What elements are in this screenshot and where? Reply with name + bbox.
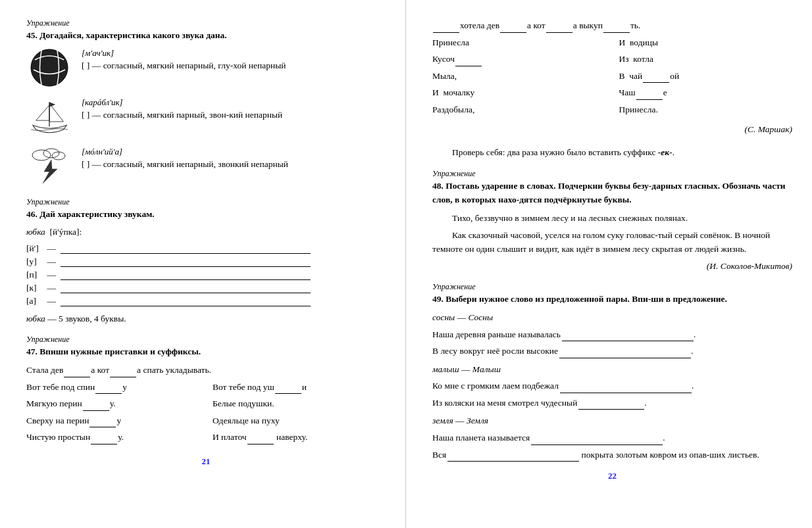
svg-point-0 bbox=[31, 49, 68, 86]
phonetic-rows: [й'] — [у] — [п] — [к] — bbox=[26, 243, 386, 306]
right-column: хотела дева кота выкупть. Принесла Кусоч… bbox=[406, 0, 812, 528]
left-column: Упражнение 45. Догадайся, характеристика… bbox=[0, 0, 406, 528]
phonetic-row-1: [у] — bbox=[26, 256, 386, 267]
ship-image bbox=[26, 96, 72, 139]
check-yourself: Проверь себя: два раза нужно было встави… bbox=[432, 145, 792, 160]
ex47-continued: хотела дева кота выкупть. Принесла Кусоч… bbox=[432, 18, 792, 136]
ex49-label: Упражнение bbox=[432, 282, 792, 292]
phonetic-ball: [м'ач'ик] [ ] — согласный, мягкий непарн… bbox=[26, 47, 386, 89]
ex46-title: 46. Дай характеристику звукам. bbox=[26, 207, 386, 222]
exercise-47: Упражнение 47. Впиши нужные приставки и … bbox=[26, 335, 386, 447]
lightning-icon bbox=[28, 145, 71, 188]
ball-image bbox=[26, 47, 72, 89]
right-page-number: 22 bbox=[432, 471, 792, 481]
exercise-48: Упражнение 48. Поставь ударение в словах… bbox=[432, 169, 792, 274]
exercise-46: Упражнение 46. Дай характеристику звукам… bbox=[26, 197, 386, 326]
ex47-two-col: Вот тебе под спину Мягкую перину. Сверху… bbox=[26, 380, 386, 447]
ex47-author: (С. Маршак) bbox=[432, 122, 792, 137]
ex48-author: (И. Соколов-Микитов) bbox=[432, 259, 792, 274]
lightning-image bbox=[26, 145, 72, 188]
phonetic-row-2: [п] — bbox=[26, 270, 386, 280]
ex45-title: 45. Догадайся, характеристика какого зву… bbox=[26, 28, 386, 43]
phonetic-ball-text: [м'ач'ик] [ ] — согласный, мягкий непарн… bbox=[82, 47, 386, 73]
ship-icon bbox=[28, 96, 71, 139]
phonetic-lightning-text: [мóлн'ий'а] [ ] — согласный, мягкий непа… bbox=[82, 145, 386, 172]
ex46-label: Упражнение bbox=[26, 197, 386, 207]
ex47-title: 47. Впиши нужные приставки и суффиксы. bbox=[26, 345, 386, 359]
ex47-cont-two-col: Принесла Кусоч Мыла, И мочалку Раздобыла… bbox=[432, 36, 792, 120]
phonetic-ship: [карáбл'ик] [ ] — согласный, мягкий парн… bbox=[26, 96, 386, 139]
ex49-title: 49. Выбери нужное слово из предложенной … bbox=[432, 292, 792, 306]
ex47-label: Упражнение bbox=[26, 335, 386, 345]
phonetic-ship-text: [карáбл'ик] [ ] — согласный, мягкий парн… bbox=[82, 96, 386, 122]
svg-point-3 bbox=[43, 149, 59, 158]
ex45-label: Упражнение bbox=[26, 18, 386, 28]
ex48-title: 48. Поставь ударение в словах. Подчеркни… bbox=[432, 179, 792, 207]
phonetic-lightning: [мóлн'ий'а] [ ] — согласный, мягкий непа… bbox=[26, 145, 386, 188]
phonetic-row-0: [й'] — bbox=[26, 243, 386, 254]
ex46-summary: юбка — 5 звуков, 4 буквы. bbox=[26, 312, 386, 326]
page: Упражнение 45. Догадайся, характеристика… bbox=[0, 0, 812, 528]
ex48-label: Упражнение bbox=[432, 169, 792, 179]
phonetic-row-3: [к] — bbox=[26, 283, 386, 293]
svg-point-2 bbox=[32, 150, 51, 160]
phonetic-row-4: [а] — bbox=[26, 296, 386, 306]
left-page-number: 21 bbox=[26, 456, 386, 467]
svg-point-4 bbox=[52, 152, 65, 160]
ball-icon bbox=[28, 47, 71, 89]
exercise-49: Упражнение 49. Выбери нужное слово из пр… bbox=[432, 282, 792, 462]
exercise-45: Упражнение 45. Догадайся, характеристика… bbox=[26, 18, 386, 188]
